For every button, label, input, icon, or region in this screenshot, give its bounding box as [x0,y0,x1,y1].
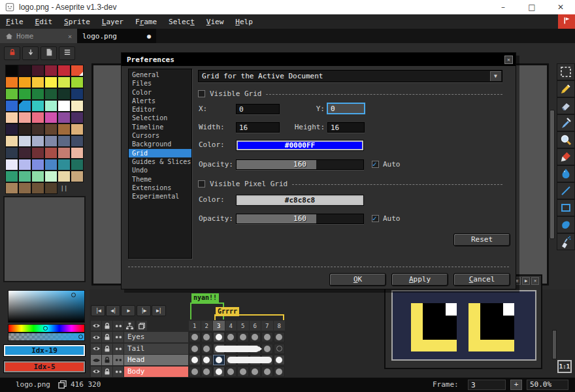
tool-eyedropper[interactable] [557,114,575,131]
frame-number[interactable]: 6 [250,321,261,331]
palette-swatch[interactable] [58,171,71,182]
timeline-cel[interactable] [250,367,261,377]
tool-paint-bucket[interactable] [557,165,575,182]
palette-swatch[interactable] [5,123,18,135]
timeline-cel[interactable] [261,332,273,342]
timeline-cel[interactable] [274,344,286,354]
palette-presets-button[interactable] [41,46,57,60]
frame-number[interactable]: 8 [274,321,286,331]
dialog-close-icon[interactable]: ✕ [504,56,513,64]
layer-cels-icon[interactable] [113,344,123,354]
palette-swatch[interactable] [18,182,31,194]
playback-button[interactable]: |▶ [137,305,151,316]
timeline-cel[interactable] [237,367,249,377]
timeline-cel[interactable] [225,332,237,342]
palette-swatch[interactable] [31,88,44,100]
tab-home[interactable]: Home ✕ [0,29,77,43]
menu-file[interactable]: File [0,18,29,26]
palette-swatch[interactable] [71,159,84,171]
palette-swatch[interactable] [71,171,84,182]
preferences-section-files[interactable]: Files [129,79,191,88]
play-button[interactable]: ▶ [522,277,530,285]
palette-swatch[interactable] [58,135,71,147]
menu-sprite[interactable]: Sprite [58,18,96,26]
close-button[interactable]: ✕ [546,0,575,14]
sv-marker[interactable] [71,293,76,297]
palette-swatch[interactable] [44,135,58,147]
layer-lock-icon[interactable] [102,344,112,354]
timeline-cel[interactable] [201,355,213,365]
palette-swatch[interactable] [44,147,58,159]
notification-flag-button[interactable] [558,14,575,29]
palette-swatch[interactable] [18,100,31,112]
tool-spray[interactable] [557,233,575,250]
tool-contour[interactable] [557,216,575,233]
timeline-cel[interactable] [213,367,225,377]
preferences-section-undo[interactable]: Undo [129,166,191,174]
layer-lock-icon[interactable] [102,332,112,342]
frame-number[interactable]: 3 [213,321,225,331]
palette-swatch[interactable] [71,112,84,123]
palette-swatch[interactable] [44,159,58,171]
timeline-cel[interactable] [213,332,225,342]
palette-swatch[interactable] [18,159,31,171]
palette-swatch[interactable] [31,76,44,88]
visible-pixel-grid-checkbox[interactable] [198,180,205,188]
preferences-section-color[interactable]: Color [129,88,191,97]
palette-swatch[interactable] [31,112,44,123]
palette-options-button[interactable] [59,46,75,60]
palette-swatch[interactable] [58,147,71,159]
lock-column-icon[interactable] [102,321,112,331]
preferences-section-extensions[interactable]: Extensions [129,184,191,192]
palette-swatch[interactable] [71,147,84,159]
minimize-button[interactable]: – [489,0,518,14]
grid-y-input[interactable] [327,103,365,114]
palette-swatch[interactable] [5,88,18,100]
dropdown-arrow-icon[interactable]: ▼ [490,71,501,81]
palette-swatch[interactable] [58,123,71,135]
layer-eye-icon[interactable] [91,332,101,342]
background-color-button[interactable]: Idx-5 [3,361,86,373]
timeline-cel[interactable] [237,332,249,342]
preferences-section-alerts[interactable]: Alerts [129,97,191,105]
grid-scope-select[interactable]: Grid for the Active Document ▼ [198,70,502,82]
palette-swatch[interactable] [58,88,71,100]
palette-swatch[interactable] [71,88,84,100]
layer-lock-icon[interactable] [102,367,112,377]
tool-eraser[interactable] [557,97,575,114]
palette-swatch[interactable] [18,76,31,88]
preferences-section-grid[interactable]: Grid [129,149,191,157]
preferences-section-editor[interactable]: Editor [129,105,191,114]
tag-Grrrr[interactable]: Grrrr [216,307,239,316]
close-button[interactable]: ✕ [531,277,539,285]
timeline-vertical-scrollbar[interactable] [552,330,557,359]
frame-number[interactable]: 5 [237,321,249,331]
palette-swatch[interactable] [44,171,58,182]
palette-swatch[interactable] [18,65,31,76]
palette-swatch[interactable] [58,112,71,123]
grid-auto-checkbox[interactable] [372,161,379,168]
palette-swatch[interactable] [71,123,84,135]
menu-frame[interactable]: Frame [129,18,163,26]
hue-slider[interactable] [8,324,85,333]
linked-cels[interactable] [227,357,272,363]
tab-document[interactable]: logo.png ● [77,29,156,43]
alpha-marker[interactable] [78,335,83,339]
palette-swatch[interactable] [44,100,58,112]
tool-rectangular-marquee[interactable] [557,63,575,80]
grid-color-button[interactable]: #0000FF [236,140,364,151]
layers-column-icon[interactable] [124,321,135,331]
layer-name[interactable]: Eyes [124,332,188,342]
actual-size-button[interactable]: 1:1 [557,360,572,373]
layer-cels-icon[interactable] [113,332,123,342]
preferences-section-guides-slices[interactable]: Guides & Slices [129,157,191,166]
timeline-cel[interactable] [261,367,273,377]
duplicate-column-icon[interactable] [137,321,147,331]
alpha-slider[interactable] [8,333,85,341]
palette-swatch[interactable] [5,100,18,112]
frame-number[interactable]: 7 [261,321,273,331]
palette-swatch[interactable] [31,100,44,112]
frame-number[interactable]: 1 [189,321,201,331]
palette-swatch[interactable] [18,112,31,123]
tag-nyan[interactable]: nyan!! [191,293,219,302]
